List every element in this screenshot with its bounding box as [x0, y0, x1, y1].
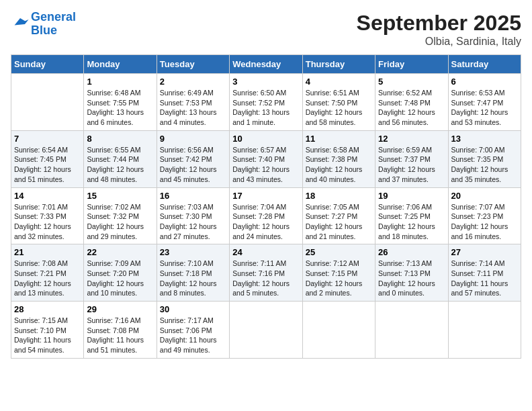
day-info: Sunrise: 6:50 AM Sunset: 7:52 PM Dayligh…	[232, 88, 299, 128]
calendar-cell: 7Sunrise: 6:54 AM Sunset: 7:45 PM Daylig…	[11, 130, 84, 187]
day-number: 14	[14, 191, 81, 201]
calendar-cell: 22Sunrise: 7:09 AM Sunset: 7:20 PM Dayli…	[84, 244, 157, 302]
day-info: Sunrise: 7:09 AM Sunset: 7:20 PM Dayligh…	[87, 259, 153, 298]
day-info: Sunrise: 7:01 AM Sunset: 7:33 PM Dayligh…	[14, 202, 81, 242]
calendar-cell: 11Sunrise: 6:58 AM Sunset: 7:38 PM Dayli…	[302, 130, 375, 187]
day-info: Sunrise: 7:05 AM Sunset: 7:27 PM Dayligh…	[306, 202, 372, 242]
calendar-cell	[448, 302, 521, 359]
day-number: 8	[87, 134, 153, 144]
calendar-cell: 18Sunrise: 7:05 AM Sunset: 7:27 PM Dayli…	[302, 187, 375, 244]
page-header: GeneralBlue September 2025 Olbia, Sardin…	[11, 11, 521, 48]
day-info: Sunrise: 7:13 AM Sunset: 7:13 PM Dayligh…	[378, 259, 445, 298]
title-block: September 2025 Olbia, Sardinia, Italy	[357, 11, 521, 48]
logo-text: GeneralBlue	[31, 11, 76, 38]
day-number: 27	[451, 247, 518, 257]
day-number: 18	[306, 191, 372, 201]
calendar-cell: 5Sunrise: 6:52 AM Sunset: 7:48 PM Daylig…	[375, 74, 448, 131]
day-info: Sunrise: 7:00 AM Sunset: 7:35 PM Dayligh…	[451, 145, 518, 185]
day-number: 5	[378, 77, 445, 87]
day-number: 19	[378, 191, 445, 201]
day-number: 7	[14, 134, 81, 144]
calendar-title: September 2025	[357, 11, 521, 36]
day-number: 15	[87, 191, 153, 201]
calendar-cell	[230, 302, 302, 359]
day-info: Sunrise: 6:48 AM Sunset: 7:55 PM Dayligh…	[87, 88, 153, 128]
calendar-cell: 10Sunrise: 6:57 AM Sunset: 7:40 PM Dayli…	[230, 130, 302, 187]
day-info: Sunrise: 6:59 AM Sunset: 7:37 PM Dayligh…	[378, 145, 445, 185]
calendar-cell: 28Sunrise: 7:15 AM Sunset: 7:10 PM Dayli…	[11, 302, 84, 359]
day-info: Sunrise: 7:10 AM Sunset: 7:18 PM Dayligh…	[160, 259, 226, 298]
calendar-cell: 13Sunrise: 7:00 AM Sunset: 7:35 PM Dayli…	[448, 130, 521, 187]
calendar-cell	[11, 74, 84, 131]
day-info: Sunrise: 6:54 AM Sunset: 7:45 PM Dayligh…	[14, 145, 81, 185]
day-info: Sunrise: 7:15 AM Sunset: 7:10 PM Dayligh…	[14, 316, 81, 355]
calendar-cell: 16Sunrise: 7:03 AM Sunset: 7:30 PM Dayli…	[157, 187, 229, 244]
day-number: 4	[306, 77, 372, 87]
day-info: Sunrise: 7:06 AM Sunset: 7:25 PM Dayligh…	[378, 202, 445, 242]
day-number: 9	[160, 134, 226, 144]
day-info: Sunrise: 6:52 AM Sunset: 7:48 PM Dayligh…	[378, 88, 445, 128]
calendar-cell: 19Sunrise: 7:06 AM Sunset: 7:25 PM Dayli…	[375, 187, 448, 244]
col-header-monday: Monday	[84, 55, 157, 74]
col-header-saturday: Saturday	[448, 55, 521, 74]
day-number: 17	[232, 191, 299, 201]
day-number: 2	[160, 77, 226, 87]
day-info: Sunrise: 7:14 AM Sunset: 7:11 PM Dayligh…	[451, 259, 518, 298]
calendar-cell: 23Sunrise: 7:10 AM Sunset: 7:18 PM Dayli…	[157, 244, 229, 302]
day-info: Sunrise: 7:02 AM Sunset: 7:32 PM Dayligh…	[87, 202, 153, 242]
day-info: Sunrise: 7:07 AM Sunset: 7:23 PM Dayligh…	[451, 202, 518, 242]
day-number: 29	[87, 304, 153, 314]
svg-marker-0	[15, 18, 29, 26]
calendar-subtitle: Olbia, Sardinia, Italy	[357, 36, 521, 48]
day-info: Sunrise: 7:03 AM Sunset: 7:30 PM Dayligh…	[160, 202, 226, 242]
day-number: 12	[378, 134, 445, 144]
calendar-cell: 1Sunrise: 6:48 AM Sunset: 7:55 PM Daylig…	[84, 74, 157, 131]
day-info: Sunrise: 6:53 AM Sunset: 7:47 PM Dayligh…	[451, 88, 518, 128]
day-number: 21	[14, 247, 81, 257]
day-number: 3	[232, 77, 299, 87]
calendar-cell: 30Sunrise: 7:17 AM Sunset: 7:06 PM Dayli…	[157, 302, 229, 359]
calendar-cell: 8Sunrise: 6:55 AM Sunset: 7:44 PM Daylig…	[84, 130, 157, 187]
day-info: Sunrise: 6:49 AM Sunset: 7:53 PM Dayligh…	[160, 88, 226, 128]
calendar-cell: 29Sunrise: 7:16 AM Sunset: 7:08 PM Dayli…	[84, 302, 157, 359]
calendar-cell: 27Sunrise: 7:14 AM Sunset: 7:11 PM Dayli…	[448, 244, 521, 302]
calendar-cell: 21Sunrise: 7:08 AM Sunset: 7:21 PM Dayli…	[11, 244, 84, 302]
day-info: Sunrise: 6:51 AM Sunset: 7:50 PM Dayligh…	[306, 88, 372, 128]
calendar-cell: 14Sunrise: 7:01 AM Sunset: 7:33 PM Dayli…	[11, 187, 84, 244]
calendar-cell: 2Sunrise: 6:49 AM Sunset: 7:53 PM Daylig…	[157, 74, 229, 131]
day-info: Sunrise: 7:08 AM Sunset: 7:21 PM Dayligh…	[14, 259, 81, 298]
calendar-cell: 3Sunrise: 6:50 AM Sunset: 7:52 PM Daylig…	[230, 74, 302, 131]
day-info: Sunrise: 7:11 AM Sunset: 7:16 PM Dayligh…	[232, 259, 299, 298]
day-number: 24	[232, 247, 299, 257]
day-info: Sunrise: 6:56 AM Sunset: 7:42 PM Dayligh…	[160, 145, 226, 185]
col-header-tuesday: Tuesday	[157, 55, 229, 74]
day-number: 10	[232, 134, 299, 144]
col-header-friday: Friday	[375, 55, 448, 74]
day-number: 25	[306, 247, 372, 257]
col-header-sunday: Sunday	[11, 55, 84, 74]
logo-icon	[11, 15, 30, 30]
day-number: 30	[160, 304, 226, 314]
day-number: 20	[451, 191, 518, 201]
day-number: 11	[306, 134, 372, 144]
calendar-cell: 15Sunrise: 7:02 AM Sunset: 7:32 PM Dayli…	[84, 187, 157, 244]
day-info: Sunrise: 6:57 AM Sunset: 7:40 PM Dayligh…	[232, 145, 299, 185]
calendar-cell: 20Sunrise: 7:07 AM Sunset: 7:23 PM Dayli…	[448, 187, 521, 244]
day-number: 13	[451, 134, 518, 144]
col-header-wednesday: Wednesday	[230, 55, 302, 74]
day-number: 16	[160, 191, 226, 201]
day-info: Sunrise: 6:58 AM Sunset: 7:38 PM Dayligh…	[306, 145, 372, 185]
day-number: 23	[160, 247, 226, 257]
day-number: 26	[378, 247, 445, 257]
day-info: Sunrise: 7:17 AM Sunset: 7:06 PM Dayligh…	[160, 316, 226, 355]
calendar-cell: 26Sunrise: 7:13 AM Sunset: 7:13 PM Dayli…	[375, 244, 448, 302]
calendar-cell: 9Sunrise: 6:56 AM Sunset: 7:42 PM Daylig…	[157, 130, 229, 187]
day-info: Sunrise: 7:04 AM Sunset: 7:28 PM Dayligh…	[232, 202, 299, 242]
calendar-table: SundayMondayTuesdayWednesdayThursdayFrid…	[11, 54, 521, 359]
day-info: Sunrise: 7:16 AM Sunset: 7:08 PM Dayligh…	[87, 316, 153, 355]
calendar-cell: 17Sunrise: 7:04 AM Sunset: 7:28 PM Dayli…	[230, 187, 302, 244]
calendar-cell: 25Sunrise: 7:12 AM Sunset: 7:15 PM Dayli…	[302, 244, 375, 302]
day-number: 1	[87, 77, 153, 87]
day-info: Sunrise: 6:55 AM Sunset: 7:44 PM Dayligh…	[87, 145, 153, 185]
day-number: 28	[14, 304, 81, 314]
